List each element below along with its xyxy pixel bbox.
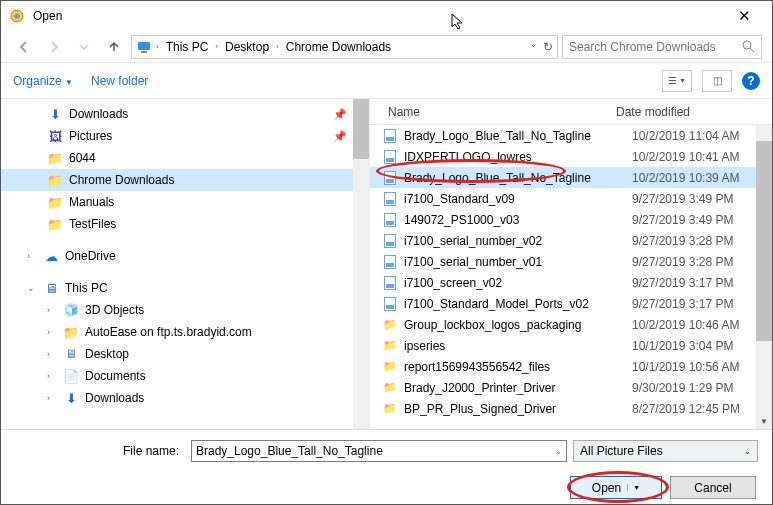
folder-icon: 📁 — [382, 338, 398, 354]
filename-dropdown-icon[interactable]: ⌄ — [555, 447, 562, 456]
filetype-filter[interactable]: All Picture Files ⌄ — [573, 440, 758, 462]
breadcrumb-chromedownloads[interactable]: Chrome Downloads — [283, 40, 394, 54]
file-row[interactable]: 📁Brady_J2000_Printer_Driver9/30/2019 1:2… — [370, 377, 772, 398]
preview-pane-button[interactable]: ◫ — [702, 70, 732, 92]
tree-chrome-downloads[interactable]: 📁Chrome Downloads — [1, 169, 369, 191]
tree-documents[interactable]: ›📄Documents — [1, 365, 369, 387]
file-date: 9/27/2019 3:49 PM — [632, 213, 733, 227]
tree-manuals[interactable]: 📁Manuals — [1, 191, 369, 213]
file-date: 9/30/2019 1:29 PM — [632, 381, 733, 395]
file-name: IDXPERTLOGO_lowres — [404, 150, 626, 164]
file-row[interactable]: i7100_screen_v029/27/2019 3:17 PM — [370, 272, 772, 293]
file-row[interactable]: i7100_serial_number_v019/27/2019 3:28 PM — [370, 251, 772, 272]
file-row[interactable]: Brady_Logo_Blue_Tall_No_Tagline10/2/2019… — [370, 125, 772, 146]
file-name: Group_lockbox_logos_packaging — [404, 318, 626, 332]
file-name: 149072_PS1000_v03 — [404, 213, 626, 227]
svg-line-5 — [750, 48, 754, 52]
image-file-icon — [382, 296, 398, 312]
file-date: 10/2/2019 10:39 AM — [632, 171, 739, 185]
file-name: i7100_Standard_Model_Ports_v02 — [404, 297, 626, 311]
tree-scrollbar-thumb[interactable] — [353, 99, 369, 159]
chevron-right-icon[interactable]: › — [156, 42, 159, 51]
file-name: ipseries — [404, 339, 626, 353]
help-button[interactable]: ? — [742, 72, 760, 90]
nav-tree: ⬇Downloads📌 🖼Pictures📌 📁6044 📁Chrome Dow… — [1, 99, 369, 429]
file-date: 9/27/2019 3:28 PM — [632, 234, 733, 248]
tree-downloads2[interactable]: ›⬇Downloads — [1, 387, 369, 409]
svg-rect-2 — [138, 42, 150, 50]
file-name: i7100_screen_v02 — [404, 276, 626, 290]
refresh-button[interactable]: ↻ — [543, 40, 553, 54]
nav-forward-button[interactable] — [41, 35, 67, 59]
tree-autoease[interactable]: ›📁AutoEase on ftp.ts.bradyid.com — [1, 321, 369, 343]
open-button[interactable]: Open▼ — [570, 476, 662, 499]
folder-icon: 📁 — [382, 401, 398, 417]
file-row[interactable]: 📁Group_lockbox_logos_packaging10/2/2019 … — [370, 314, 772, 335]
file-row[interactable]: 📁BP_PR_Plus_Signed_Driver8/27/2019 12:45… — [370, 398, 772, 419]
folder-icon: 📁 — [382, 359, 398, 375]
column-name[interactable]: Name — [370, 105, 616, 119]
file-name: i7100_Standard_v09 — [404, 192, 626, 206]
tree-thispc[interactable]: ⌄🖥This PC — [1, 277, 369, 299]
filename-value: Brady_Logo_Blue_Tall_No_Tagline — [196, 444, 383, 458]
svg-point-4 — [743, 41, 751, 49]
close-button[interactable]: ✕ — [724, 7, 764, 25]
address-dropdown-icon[interactable]: ⌄ — [530, 40, 537, 54]
image-file-icon — [382, 191, 398, 207]
filename-label: File name: — [15, 444, 185, 458]
file-name: report1569943556542_files — [404, 360, 626, 374]
scroll-down-arrow[interactable]: ▼ — [756, 413, 772, 429]
filename-input[interactable]: Brady_Logo_Blue_Tall_No_Tagline ⌄ — [191, 440, 567, 462]
chevron-right-icon[interactable]: › — [276, 42, 279, 51]
file-name: Brady_J2000_Printer_Driver — [404, 381, 626, 395]
tree-downloads[interactable]: ⬇Downloads📌 — [1, 103, 369, 125]
folder-icon: 📁 — [382, 380, 398, 396]
file-scrollbar-thumb[interactable] — [756, 141, 772, 341]
tree-3dobjects[interactable]: ›🧊3D Objects — [1, 299, 369, 321]
tree-testfiles[interactable]: 📁TestFiles — [1, 213, 369, 235]
file-row[interactable]: IDXPERTLOGO_lowres10/2/2019 10:41 AM — [370, 146, 772, 167]
file-date: 10/2/2019 10:46 AM — [632, 318, 739, 332]
new-folder-button[interactable]: New folder — [91, 74, 148, 88]
breadcrumb-thispc[interactable]: This PC — [163, 40, 212, 54]
nav-recent-button[interactable] — [71, 35, 97, 59]
search-icon — [742, 40, 755, 53]
filter-dropdown-icon: ⌄ — [744, 447, 751, 456]
file-date: 9/27/2019 3:28 PM — [632, 255, 733, 269]
view-mode-button[interactable]: ☰ ▼ — [662, 70, 692, 92]
column-date[interactable]: Date modified — [616, 105, 772, 119]
file-row[interactable]: 📁ipseries10/1/2019 3:04 PM — [370, 335, 772, 356]
tree-onedrive[interactable]: ›☁OneDrive — [1, 245, 369, 267]
cancel-button[interactable]: Cancel — [670, 476, 756, 499]
address-bar[interactable]: › This PC › Desktop › Chrome Downloads ⌄… — [131, 35, 558, 59]
pin-icon: 📌 — [333, 130, 347, 143]
image-file-icon — [382, 212, 398, 228]
chevron-right-icon[interactable]: › — [215, 42, 218, 51]
organize-button[interactable]: Organize ▼ — [13, 74, 73, 88]
nav-up-button[interactable] — [101, 35, 127, 59]
file-row[interactable]: i7100_serial_number_v029/27/2019 3:28 PM — [370, 230, 772, 251]
file-name: i7100_serial_number_v02 — [404, 234, 626, 248]
image-file-icon — [382, 170, 398, 186]
file-row[interactable]: 📁report1569943556542_files10/1/2019 10:5… — [370, 356, 772, 377]
open-split-icon[interactable]: ▼ — [627, 484, 640, 491]
tree-6044[interactable]: 📁6044 — [1, 147, 369, 169]
tree-pictures[interactable]: 🖼Pictures📌 — [1, 125, 369, 147]
nav-back-button[interactable] — [11, 35, 37, 59]
search-placeholder: Search Chrome Downloads — [569, 40, 716, 54]
file-row[interactable]: 149072_PS1000_v039/27/2019 3:49 PM — [370, 209, 772, 230]
search-input[interactable]: Search Chrome Downloads — [562, 35, 762, 59]
file-row[interactable]: i7100_Standard_Model_Ports_v029/27/2019 … — [370, 293, 772, 314]
breadcrumb-desktop[interactable]: Desktop — [222, 40, 272, 54]
file-date: 10/1/2019 10:56 AM — [632, 360, 739, 374]
pc-icon — [136, 39, 152, 55]
tree-desktop[interactable]: ›🖥Desktop — [1, 343, 369, 365]
file-date: 9/27/2019 3:49 PM — [632, 192, 733, 206]
file-row[interactable]: i7100_Standard_v099/27/2019 3:49 PM — [370, 188, 772, 209]
window-title: Open — [33, 9, 724, 23]
folder-icon: 📁 — [382, 317, 398, 333]
image-file-icon — [382, 254, 398, 270]
file-row[interactable]: Brady_Logo_Blue_Tall_No_Tagline10/2/2019… — [370, 167, 772, 188]
svg-rect-3 — [141, 51, 147, 53]
file-date: 9/27/2019 3:17 PM — [632, 297, 733, 311]
